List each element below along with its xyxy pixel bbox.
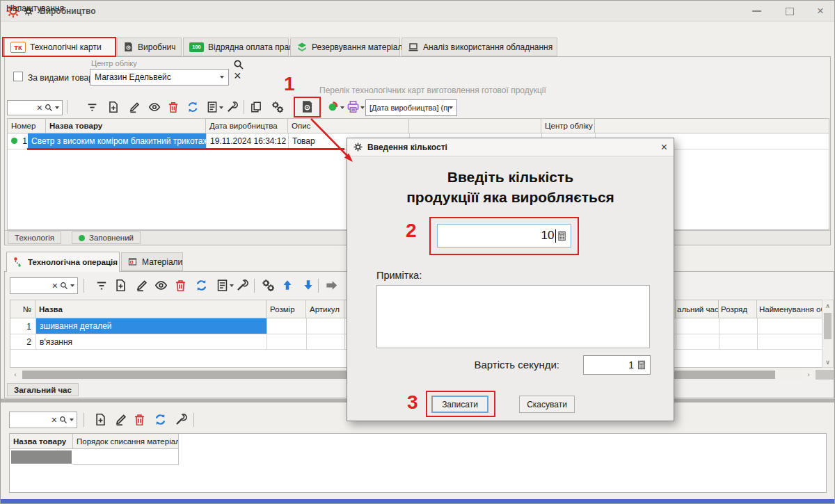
center-select[interactable]: Магазин Едельвейс (90, 69, 229, 86)
col-header[interactable]: Назва (35, 300, 267, 318)
delete-icon[interactable] (133, 413, 146, 426)
col-header[interactable]: Артикул (306, 300, 344, 318)
refresh-icon[interactable] (186, 101, 199, 113)
separator (84, 413, 84, 427)
tools-icon[interactable] (226, 101, 239, 113)
search-icon[interactable] (60, 282, 68, 290)
edit-icon[interactable] (135, 279, 148, 292)
empty-cell[interactable] (73, 449, 179, 465)
center-label: Центр обліку (91, 59, 137, 67)
forward-icon[interactable] (325, 279, 338, 292)
refresh-icon[interactable] (195, 279, 208, 292)
tab-tech-operation[interactable]: Технологічна операція (6, 252, 120, 272)
center-select-value: Магазин Едельвейс (95, 72, 171, 82)
search-icon[interactable] (59, 416, 67, 424)
tab-materials[interactable]: Матеріали (121, 252, 183, 271)
quantity-input[interactable]: 10 (437, 224, 571, 247)
add-record-icon[interactable] (94, 413, 107, 426)
chevron-down-icon[interactable] (360, 106, 365, 109)
tab-material-reservation[interactable]: Резервування матеріалів (290, 38, 400, 56)
clear-icon[interactable]: × (51, 414, 57, 425)
calculator-icon[interactable] (637, 360, 646, 370)
chevron-down-icon[interactable] (340, 106, 344, 109)
col-header[interactable]: № (10, 300, 35, 318)
report-icon[interactable] (216, 279, 229, 292)
move-down-icon[interactable] (302, 279, 315, 291)
cost-input[interactable]: 1 (583, 355, 651, 375)
settings-gears-icon[interactable] (271, 100, 285, 114)
selected-product-cell[interactable]: Светр з високим коміром блакитний трикот… (28, 133, 206, 149)
menu-settings[interactable]: Налаштування (6, 3, 64, 13)
delete-icon[interactable] (174, 279, 187, 292)
tab-label: Технологічна операція (28, 258, 118, 266)
dialog-prompt-line2: продукціїї яка виробляється (347, 189, 674, 206)
by-type-checkbox[interactable] (13, 72, 23, 81)
edit-icon[interactable] (128, 101, 141, 113)
add-record-icon[interactable] (107, 101, 120, 113)
col-header[interactable]: Розмір (267, 300, 306, 318)
print-icon[interactable] (347, 100, 360, 113)
clear-icon[interactable]: × (52, 280, 58, 291)
create-production-act-icon[interactable] (301, 100, 314, 113)
filled-status-chip[interactable]: Заповнений (72, 231, 141, 244)
scroll-down-button[interactable]: ∨ (822, 357, 833, 367)
tab-tech-cards[interactable]: ТК Технологічні карти (4, 37, 116, 57)
move-up-icon[interactable] (281, 279, 294, 291)
add-record-icon[interactable] (114, 279, 127, 292)
col-header[interactable]: альний час (676, 300, 719, 318)
col-header[interactable]: Назва товару (46, 119, 206, 133)
clear-filter-icon[interactable]: × (234, 69, 241, 83)
scrollbar-thumb[interactable] (824, 313, 832, 339)
view-icon[interactable] (148, 101, 161, 113)
search-icon[interactable] (45, 104, 53, 112)
total-time-chip[interactable]: Загальний час (7, 383, 79, 396)
table1-search-input[interactable]: × (7, 100, 63, 115)
col-header[interactable]: Дата виробництва (206, 119, 288, 133)
delete-icon[interactable] (167, 101, 180, 113)
technology-chip[interactable]: Технологія (8, 231, 61, 244)
col-header[interactable]: Порядок списання матеріалу (73, 434, 179, 449)
sort-select-value: [Дата виробництва] (пр (369, 104, 449, 112)
col-header[interactable]: Найменування облад (757, 300, 824, 318)
text-cursor (555, 229, 557, 243)
copy-icon[interactable] (250, 101, 262, 113)
calculator-icon[interactable] (557, 231, 567, 241)
scroll-right-button[interactable]: › (803, 369, 814, 380)
dialog-close-icon[interactable]: × (661, 141, 667, 154)
cancel-button[interactable]: Скасувати (519, 396, 575, 413)
col-header[interactable]: Розряд (719, 300, 757, 318)
sort-select[interactable]: [Дата виробництва] (пр (365, 99, 457, 116)
edit-icon[interactable] (114, 413, 127, 426)
clear-icon[interactable]: × (37, 102, 42, 113)
tools-icon[interactable] (175, 413, 188, 426)
note-textarea[interactable] (376, 285, 650, 348)
row-date[interactable]: 19.11.2024 16:34:12 (210, 136, 286, 146)
selected-operation-cell[interactable]: зшивання деталей (35, 318, 267, 334)
table2-search-input[interactable]: × (10, 277, 78, 294)
vertical-scrollbar[interactable]: ∧ ∨ (822, 300, 834, 368)
separator (254, 279, 255, 293)
hundred-badge-icon: 100 (189, 42, 204, 52)
chevron-down-icon[interactable] (219, 106, 223, 109)
settings-gears-icon[interactable] (261, 278, 276, 293)
chevron-down-icon[interactable] (230, 284, 234, 287)
table3-search-input[interactable]: × (9, 412, 77, 428)
col-header[interactable]: Центр обліку (541, 119, 595, 133)
status-ball-icon[interactable] (327, 101, 339, 113)
scroll-up-button[interactable]: ∧ (822, 300, 833, 311)
tools-icon[interactable] (236, 279, 249, 292)
report-icon[interactable] (206, 101, 218, 113)
tab-equipment-analysis[interactable]: Аналіз використання обладнання (401, 38, 557, 56)
tab-piecework-pay[interactable]: 100 Відрядна оплата праці (183, 38, 289, 56)
filter-icon[interactable] (95, 279, 108, 292)
save-button[interactable]: Записати (431, 396, 488, 413)
scroll-left-button[interactable]: ‹ (10, 369, 21, 380)
col-header[interactable]: Номер (8, 119, 46, 133)
operation-cell[interactable]: в'язання (40, 337, 72, 347)
view-icon[interactable] (154, 279, 168, 292)
selected-empty-cell[interactable] (11, 450, 72, 464)
filter-icon[interactable] (86, 101, 98, 113)
refresh-icon[interactable] (154, 413, 167, 426)
tab-production-acts[interactable]: Виробничі акти (117, 38, 182, 56)
col-header[interactable]: Назва товару (10, 434, 73, 449)
